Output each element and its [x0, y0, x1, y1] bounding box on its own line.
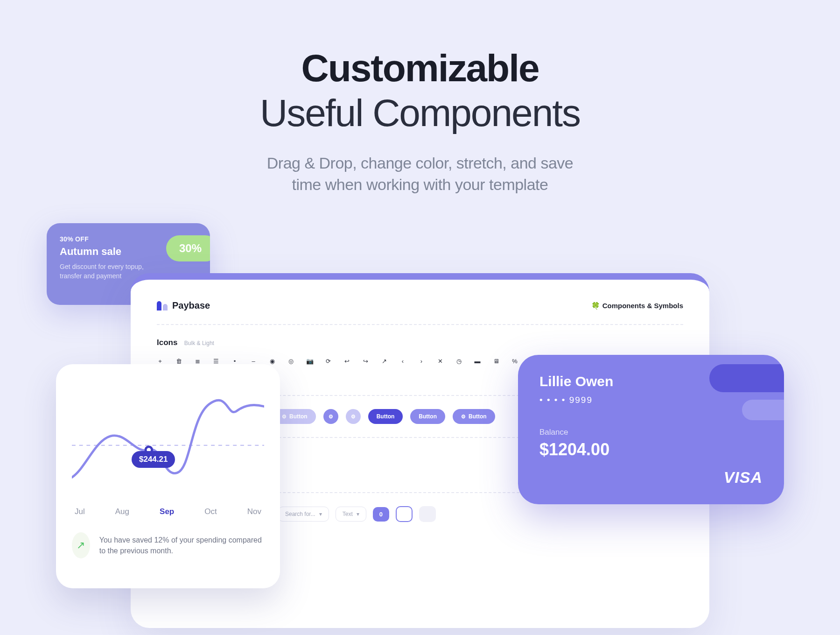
- line-chart: [72, 380, 264, 501]
- icons-section-header: Icons Bulk & Light: [157, 338, 683, 347]
- text-select[interactable]: Text▾: [336, 507, 366, 522]
- icon-button-circle-light[interactable]: ⚙: [346, 409, 361, 424]
- spending-chart-card: $244.21 Jul Aug Sep Oct Nov ↗ You have s…: [56, 364, 280, 588]
- hero: Customizable Useful Components Drag & Dr…: [0, 0, 840, 196]
- clock-icon[interactable]: ◷: [455, 358, 462, 365]
- card-decor-stripe: [742, 400, 784, 420]
- promo-pill: 30%: [166, 235, 210, 261]
- credit-card[interactable]: Lillie Owen • • • • 9999 Balance $1204.0…: [518, 355, 784, 504]
- chevron-down-icon: ▾: [357, 511, 359, 517]
- card-number-masked: • • • • 9999: [539, 395, 763, 405]
- insight-text: You have saved 12% of your spending comp…: [99, 535, 264, 556]
- chip-filled[interactable]: 0: [373, 507, 389, 522]
- button-sample-dark[interactable]: Button: [368, 409, 403, 424]
- share-icon[interactable]: ↗: [381, 358, 387, 365]
- components-label: Components & Symbols: [591, 302, 683, 310]
- brand-logo-icon: [157, 301, 168, 310]
- chip-outline[interactable]: [396, 506, 413, 522]
- month-label[interactable]: Jul: [75, 507, 85, 516]
- button-sample-gear[interactable]: ⚙Button: [453, 409, 495, 424]
- minus-icon[interactable]: –: [250, 358, 257, 365]
- gear-icon: ⚙: [329, 414, 333, 420]
- month-label-active[interactable]: Sep: [160, 507, 174, 516]
- redo-icon[interactable]: ↪: [362, 358, 369, 365]
- icon-button-circle[interactable]: ⚙: [323, 409, 338, 424]
- chart-area: $244.21: [72, 380, 264, 501]
- circle-icon[interactable]: ◉: [269, 358, 275, 365]
- chart-tooltip: $244.21: [132, 451, 175, 468]
- divider: [157, 324, 683, 325]
- balance-value: $1204.00: [539, 440, 763, 459]
- brand-name: Paybase: [172, 300, 210, 311]
- card-icon[interactable]: ▬: [474, 358, 481, 365]
- stack-icon[interactable]: ☰: [213, 358, 219, 365]
- gear-icon: ⚙: [282, 414, 287, 420]
- brand: Paybase: [157, 300, 210, 311]
- card-decor-stripe: [709, 364, 784, 392]
- chip-ghost[interactable]: [419, 506, 436, 522]
- close-icon[interactable]: ✕: [437, 358, 443, 365]
- refresh-icon[interactable]: ⟳: [325, 358, 331, 365]
- search-input[interactable]: Search for...▾: [278, 507, 329, 522]
- trash-icon[interactable]: 🗑: [175, 358, 182, 365]
- camera-icon[interactable]: 📷: [306, 358, 313, 365]
- gear-icon: ⚙: [461, 414, 466, 420]
- month-label[interactable]: Nov: [247, 507, 261, 516]
- card-network-logo: VISA: [724, 468, 763, 487]
- chart-insight: ↗ You have saved 12% of your spending co…: [72, 532, 264, 558]
- chart-x-axis: Jul Aug Sep Oct Nov: [72, 507, 264, 516]
- chevron-down-icon: ▾: [319, 511, 322, 517]
- layers-icon[interactable]: ≣: [194, 358, 201, 365]
- icons-title: Icons: [157, 338, 177, 347]
- gear-icon: ⚙: [351, 414, 356, 420]
- balance-label: Balance: [539, 428, 763, 437]
- chevron-right-icon[interactable]: ›: [418, 358, 425, 365]
- monitor-icon[interactable]: 🖥: [493, 358, 499, 365]
- hero-subtitle: Drag & Drop, change color, stretch, and …: [0, 153, 840, 196]
- hero-title-bold: Customizable: [0, 49, 840, 87]
- chevron-left-icon[interactable]: ‹: [399, 358, 406, 365]
- month-label[interactable]: Aug: [115, 507, 129, 516]
- undo-icon[interactable]: ↩: [343, 358, 350, 365]
- icons-subtitle: Bulk & Light: [184, 340, 214, 346]
- month-label[interactable]: Oct: [204, 507, 217, 516]
- percent-icon[interactable]: %: [511, 358, 518, 365]
- trend-up-icon: ↗: [72, 532, 90, 558]
- button-sample[interactable]: Button: [410, 409, 445, 424]
- target-icon[interactable]: ◎: [287, 358, 294, 365]
- dot-icon[interactable]: •: [231, 358, 238, 365]
- hero-title-light: Useful Components: [0, 91, 840, 135]
- inputs-row: Search for...▾ Text▾ 0: [278, 506, 683, 522]
- plus-icon[interactable]: +: [157, 358, 163, 365]
